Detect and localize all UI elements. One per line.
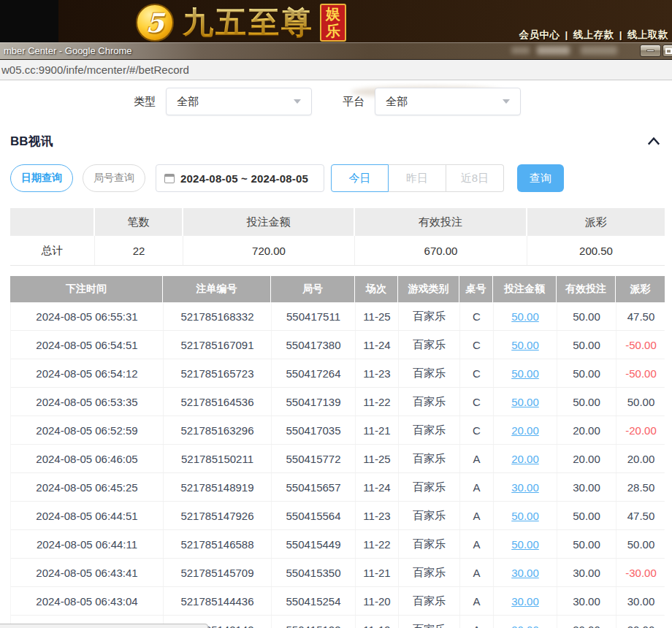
bet-amount-link[interactable]: 30.00 — [494, 473, 557, 501]
table-cell: 521785147926 — [164, 502, 272, 529]
table-cell: 2024-08-05 06:44:51 — [11, 502, 164, 529]
table-cell: 2024-08-05 06:43:04 — [11, 587, 164, 615]
bet-amount-link[interactable]: 20.00 — [494, 416, 557, 444]
bet-amount-link[interactable]: 50.00 — [494, 502, 557, 529]
banner-nav: 会员中心|线上存款|线上取款 — [519, 28, 668, 42]
window-titlebar[interactable]: mber Center - Google Chrome — [0, 42, 672, 60]
query-controls: 日期查询 局号查询 2024-08-05 ~ 2024-08-05 今日 昨日 … — [10, 164, 662, 192]
url-text: w05.cc:9900/infe/mcenter/#/betRecord — [1, 64, 189, 76]
col-header-bet-time: 下注时间 — [10, 276, 163, 302]
bet-amount-link[interactable]: 30.00 — [494, 587, 557, 615]
maximize-button[interactable] — [663, 45, 672, 57]
table-cell: 550415449 — [272, 530, 356, 558]
bet-amount-link[interactable]: 30.00 — [494, 616, 557, 628]
table-cell: 550415254 — [272, 587, 356, 615]
table-cell: 11-22 — [356, 530, 399, 558]
table-cell: 28.50 — [616, 473, 665, 501]
col-header-round-id: 局号 — [271, 276, 355, 302]
nav-member-center-link[interactable]: 会员中心 — [519, 29, 560, 40]
table-cell: 11-21 — [356, 416, 399, 444]
table-cell: 521785150211 — [164, 445, 272, 472]
browser-url-bar[interactable]: w05.cc:9900/infe/mcenter/#/betRecord — [0, 60, 672, 80]
chevron-down-icon — [294, 99, 301, 104]
bet-amount-link[interactable]: 50.00 — [494, 388, 557, 416]
browser-status-bubble — [0, 624, 208, 628]
type-select[interactable]: 全部 — [166, 88, 312, 115]
table-cell: 20.00 — [557, 445, 616, 472]
logo-circle-icon: 5 — [136, 4, 174, 42]
table-cell: 550417035 — [272, 416, 356, 444]
table-cell: 550415350 — [272, 559, 356, 586]
table-cell: 47.50 — [616, 302, 665, 330]
table-cell: 2024-08-05 06:43:41 — [11, 559, 164, 586]
page-content: 类型 全部 平台 全部 BB视讯 日期查询 局号查询 2024-08-05 ~ … — [0, 80, 672, 628]
collapse-chevron-up-icon[interactable] — [646, 135, 662, 148]
table-cell: 521785165723 — [164, 359, 272, 387]
table-cell: 550417511 — [272, 302, 356, 330]
table-cell: 百家乐 — [399, 530, 460, 558]
table-cell: 521785144436 — [164, 587, 272, 615]
nav-deposit-link[interactable]: 线上存款 — [573, 29, 614, 40]
nav-separator: | — [565, 29, 568, 40]
table-cell: 2024-08-05 06:54:51 — [11, 331, 164, 359]
table-cell: 50.00 — [557, 388, 616, 416]
minimize-icon — [646, 50, 654, 52]
date-query-tab[interactable]: 日期查询 — [10, 164, 73, 192]
table-cell: 550415564 — [272, 502, 356, 529]
table-cell: 百家乐 — [399, 359, 460, 387]
table-cell: 20.00 — [557, 416, 616, 444]
platform-select[interactable]: 全部 — [375, 88, 521, 115]
table-cell: 2024-08-05 06:44:11 — [11, 530, 164, 558]
summary-total-label: 总计 — [10, 236, 95, 265]
col-header-valid-bet: 有效投注 — [557, 276, 616, 302]
nav-withdraw-link[interactable]: 线上取款 — [627, 29, 668, 40]
table-cell: 521785146588 — [164, 530, 272, 558]
table-cell: 521785164536 — [164, 388, 272, 416]
table-cell: 11-24 — [356, 331, 399, 359]
table-cell: 30.00 — [616, 587, 665, 615]
summary-header-row: 笔数 投注金额 有效投注 派彩 — [10, 208, 665, 236]
bet-amount-link[interactable]: 30.00 — [494, 559, 557, 586]
yesterday-button[interactable]: 昨日 — [389, 164, 446, 192]
table-cell: 11-22 — [356, 388, 399, 416]
table-cell: 50.00 — [557, 502, 616, 529]
summary-total-count: 22 — [95, 236, 183, 265]
table-cell: A — [460, 616, 494, 628]
table-cell: 11-23 — [356, 359, 399, 387]
table-cell: A — [460, 445, 494, 472]
table-cell: 50.00 — [616, 530, 665, 558]
table-cell: 550415657 — [272, 473, 356, 501]
bet-amount-link[interactable]: 50.00 — [494, 331, 557, 359]
table-cell: A — [460, 473, 494, 501]
round-query-tab[interactable]: 局号查询 — [83, 164, 145, 192]
date-range-picker[interactable]: 2024-08-05 ~ 2024-08-05 — [156, 164, 324, 192]
table-cell: 百家乐 — [399, 616, 460, 628]
table-cell: 521785168332 — [164, 302, 272, 330]
table-cell: A — [460, 502, 494, 529]
table-cell: 百家乐 — [399, 302, 460, 330]
col-header-order-id: 注单编号 — [163, 276, 271, 302]
minimize-button[interactable] — [640, 45, 661, 57]
table-cell: 50.00 — [557, 302, 616, 330]
logo-number: 5 — [145, 7, 164, 38]
table-cell: 521785167091 — [164, 331, 272, 359]
bet-amount-link[interactable]: 50.00 — [494, 359, 557, 387]
table-cell: 30.00 — [557, 473, 616, 501]
last-8-days-button[interactable]: 近8日 — [446, 164, 504, 192]
bet-amount-link[interactable]: 50.00 — [494, 530, 557, 558]
nav-separator: | — [619, 29, 622, 40]
summary-header-empty — [10, 208, 95, 236]
summary-table: 笔数 投注金额 有效投注 派彩 总计 22 720.00 670.00 200.… — [10, 208, 665, 266]
table-cell: 2024-08-05 06:46:05 — [11, 445, 164, 472]
today-button[interactable]: 今日 — [331, 164, 389, 192]
type-filter-label: 类型 — [134, 95, 156, 109]
table-cell: 百家乐 — [399, 388, 460, 416]
bet-amount-link[interactable]: 50.00 — [494, 302, 557, 330]
col-header-session: 场次 — [355, 276, 398, 302]
bet-table-body: 2024-08-05 06:55:31521785168332550417511… — [10, 302, 665, 628]
bet-amount-link[interactable]: 20.00 — [494, 445, 557, 472]
table-cell: 47.50 — [616, 502, 665, 529]
search-button[interactable]: 查询 — [517, 164, 564, 192]
summary-total-row: 总计 22 720.00 670.00 200.50 — [10, 236, 665, 266]
table-row: 2024-08-05 06:44:51521785147926550415564… — [10, 502, 665, 530]
